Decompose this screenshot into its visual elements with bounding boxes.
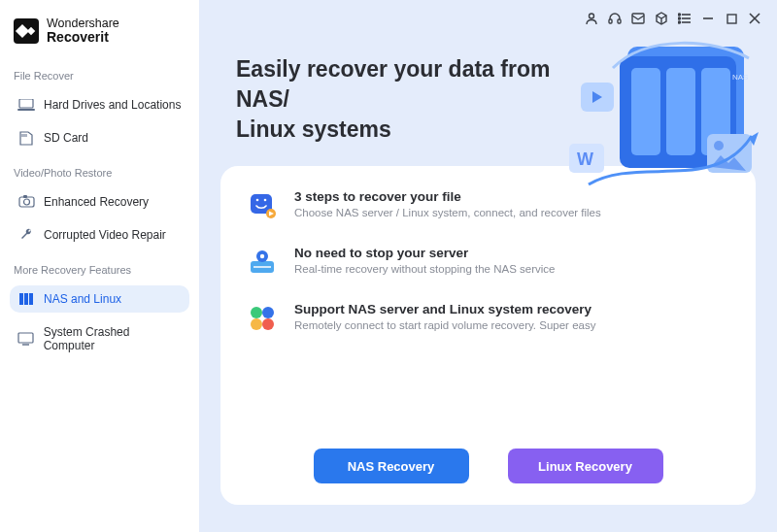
maximize-icon[interactable] — [723, 10, 740, 27]
sidebar-item-sd-card[interactable]: SD Card — [10, 124, 189, 151]
sidebar-item-label: Enhanced Recovery — [44, 195, 149, 209]
section-more-features: More Recovery Features — [10, 254, 189, 280]
section-video-restore: Video/Photo Restore — [10, 157, 189, 183]
camera-icon — [17, 195, 35, 209]
file-play-icon — [248, 191, 277, 220]
feature-title: Support NAS server and Linux system reco… — [294, 302, 595, 316]
sidebar-item-label: Hard Drives and Locations — [44, 98, 181, 112]
user-icon[interactable] — [583, 10, 600, 27]
svg-point-48 — [260, 254, 264, 258]
svg-rect-16 — [632, 14, 644, 23]
svg-point-42 — [264, 199, 267, 202]
svg-rect-8 — [19, 293, 23, 305]
hero-illustration: NAS W — [569, 29, 763, 199]
cube-icon[interactable] — [653, 10, 670, 27]
svg-rect-9 — [24, 293, 28, 305]
svg-point-20 — [679, 14, 681, 16]
hero-line1: Easily recover your data from NAS/ — [236, 56, 550, 112]
svg-rect-10 — [29, 293, 33, 305]
sidebar-item-system-crashed[interactable]: System Crashed Computer — [10, 318, 189, 359]
svg-point-38 — [714, 141, 724, 150]
sd-card-icon — [17, 131, 35, 145]
svg-point-49 — [251, 307, 262, 318]
hero-line2: Linux systems — [236, 116, 391, 142]
feature-card: 3 steps to recover your file Choose NAS … — [220, 166, 756, 505]
svg-point-52 — [262, 318, 274, 330]
sidebar: Wondershare Recoverit File Recover Hard … — [0, 0, 199, 532]
nas-recovery-button[interactable]: NAS Recovery — [314, 449, 469, 483]
feature-sub: Real-time recovery without stopping the … — [294, 263, 555, 275]
svg-rect-11 — [18, 333, 33, 343]
close-icon[interactable] — [746, 10, 763, 27]
titlebar — [199, 0, 777, 27]
sidebar-item-label: NAS and Linux — [44, 292, 121, 306]
svg-text:W: W — [577, 150, 593, 169]
svg-rect-14 — [609, 19, 612, 23]
list-icon[interactable] — [676, 10, 693, 27]
feature-sub: Choose NAS server / Linux system, connec… — [294, 207, 601, 218]
svg-point-50 — [262, 307, 274, 318]
svg-point-6 — [23, 199, 29, 205]
feature-title: 3 steps to recover your file — [294, 189, 601, 204]
monitor-icon — [17, 332, 35, 346]
app-logo: Wondershare Recoverit — [10, 14, 189, 54]
svg-rect-0 — [19, 99, 33, 108]
button-row: NAS Recovery Linux Recovery — [248, 443, 728, 483]
logo-text: Wondershare Recoverit — [47, 17, 119, 45]
sidebar-item-corrupted-video[interactable]: Corrupted Video Repair — [10, 221, 189, 249]
feature-title: No need to stop your server — [294, 246, 555, 260]
sidebar-item-hard-drives[interactable]: Hard Drives and Locations — [10, 91, 189, 118]
svg-point-41 — [256, 199, 259, 202]
svg-rect-30 — [666, 68, 695, 155]
section-file-recover: File Recover — [10, 60, 189, 85]
sidebar-item-nas-linux[interactable]: NAS and Linux — [10, 285, 189, 313]
logo-brand2: Recoverit — [47, 30, 119, 45]
headset-icon[interactable] — [606, 10, 624, 27]
laptop-icon — [17, 98, 35, 112]
feature-row-server: No need to stop your server Real-time re… — [248, 246, 728, 277]
svg-rect-15 — [618, 19, 621, 23]
linux-recovery-button[interactable]: Linux Recovery — [508, 449, 663, 483]
svg-rect-29 — [631, 68, 660, 155]
svg-text:NAS: NAS — [732, 73, 748, 82]
svg-point-22 — [679, 21, 681, 23]
sidebar-item-enhanced-recovery[interactable]: Enhanced Recovery — [10, 188, 189, 216]
feature-sub: Remotely connect to start rapid volume r… — [294, 319, 595, 331]
svg-point-21 — [679, 17, 681, 19]
svg-rect-7 — [23, 195, 27, 198]
svg-rect-1 — [17, 109, 35, 111]
minimize-icon[interactable] — [699, 10, 717, 27]
logo-icon — [14, 18, 39, 44]
svg-point-13 — [590, 14, 594, 18]
feature-row-support: Support NAS server and Linux system reco… — [248, 302, 728, 333]
nas-icon — [17, 292, 35, 306]
main-panel: Easily recover your data from NAS/ Linux… — [199, 0, 777, 532]
colored-dots-icon — [248, 304, 277, 333]
sidebar-item-label: Corrupted Video Repair — [44, 228, 166, 242]
sidebar-item-label: SD Card — [44, 131, 88, 145]
svg-rect-24 — [727, 15, 736, 23]
page-title: Easily recover your data from NAS/ Linux… — [199, 27, 607, 152]
server-live-icon — [248, 248, 277, 277]
sidebar-item-label: System Crashed Computer — [44, 325, 182, 352]
svg-point-51 — [251, 318, 262, 330]
wrench-icon — [17, 228, 35, 242]
mail-icon[interactable] — [629, 10, 647, 27]
